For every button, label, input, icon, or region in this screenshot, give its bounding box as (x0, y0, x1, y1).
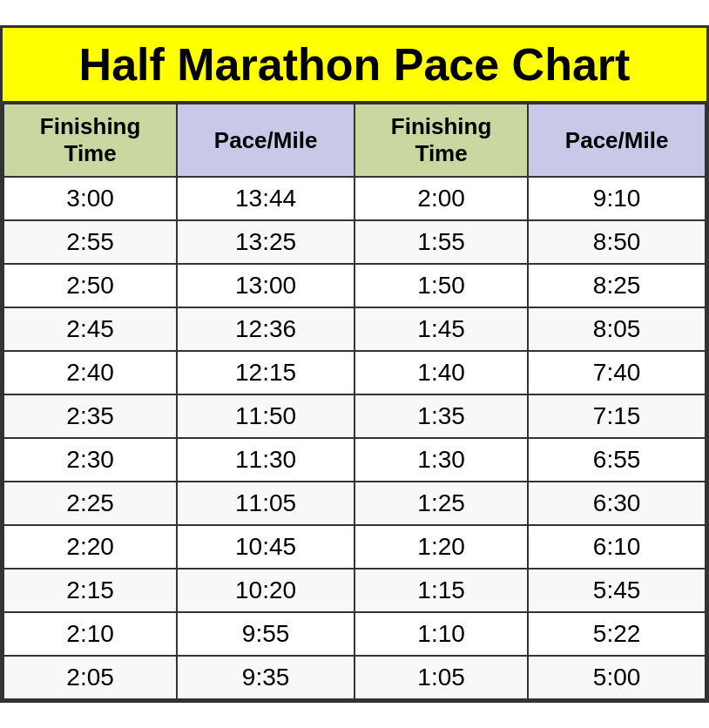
table-body: 3:0013:442:009:102:5513:251:558:502:5013… (3, 177, 706, 699)
header-finishing-time-1: FinishingTime (3, 104, 177, 177)
pace-mile-left: 12:36 (177, 307, 354, 351)
finishing-time-left: 2:30 (3, 438, 177, 482)
finishing-time-left: 2:55 (3, 220, 177, 264)
table-row: 2:5013:001:508:25 (3, 264, 706, 307)
pace-mile-left: 11:30 (177, 438, 354, 482)
finishing-time-left: 2:25 (3, 482, 177, 525)
pace-mile-right: 8:50 (528, 220, 706, 264)
pace-mile-left: 13:25 (177, 220, 354, 264)
pace-mile-right: 5:45 (528, 569, 706, 612)
pace-mile-left: 9:35 (177, 656, 354, 699)
chart-title: Half Marathon Pace Chart (3, 28, 706, 103)
finishing-time-right: 1:20 (354, 525, 528, 569)
table-row: 2:4012:151:407:40 (3, 351, 706, 394)
table-row: 2:5513:251:558:50 (3, 220, 706, 264)
pace-mile-left: 9:55 (177, 612, 354, 656)
pace-mile-right: 7:15 (528, 394, 706, 438)
header-row: FinishingTime Pace/Mile FinishingTime Pa… (3, 104, 706, 177)
finishing-time-right: 1:25 (354, 482, 528, 525)
table-row: 2:2010:451:206:10 (3, 525, 706, 569)
table-row: 2:3011:301:306:55 (3, 438, 706, 482)
finishing-time-right: 1:05 (354, 656, 528, 699)
finishing-time-left: 2:05 (3, 656, 177, 699)
pace-mile-right: 5:00 (528, 656, 706, 699)
pace-mile-right: 6:30 (528, 482, 706, 525)
finishing-time-right: 1:40 (354, 351, 528, 394)
header-pace-mile-1: Pace/Mile (177, 104, 354, 177)
pace-mile-right: 6:55 (528, 438, 706, 482)
pace-mile-right: 6:10 (528, 525, 706, 569)
finishing-time-left: 2:20 (3, 525, 177, 569)
finishing-time-right: 1:50 (354, 264, 528, 307)
pace-mile-right: 8:05 (528, 307, 706, 351)
finishing-time-right: 1:45 (354, 307, 528, 351)
finishing-time-left: 3:00 (3, 177, 177, 220)
finishing-time-left: 2:10 (3, 612, 177, 656)
finishing-time-left: 2:35 (3, 394, 177, 438)
finishing-time-right: 1:35 (354, 394, 528, 438)
pace-mile-left: 12:15 (177, 351, 354, 394)
finishing-time-left: 2:40 (3, 351, 177, 394)
pace-mile-left: 11:05 (177, 482, 354, 525)
pace-mile-left: 13:44 (177, 177, 354, 220)
pace-mile-right: 9:10 (528, 177, 706, 220)
finishing-time-left: 2:45 (3, 307, 177, 351)
pace-mile-left: 13:00 (177, 264, 354, 307)
pace-mile-left: 10:45 (177, 525, 354, 569)
table-row: 2:2511:051:256:30 (3, 482, 706, 525)
finishing-time-left: 2:15 (3, 569, 177, 612)
pace-mile-right: 5:22 (528, 612, 706, 656)
table-row: 2:3511:501:357:15 (3, 394, 706, 438)
table-row: 2:1510:201:155:45 (3, 569, 706, 612)
pace-mile-left: 11:50 (177, 394, 354, 438)
finishing-time-right: 1:30 (354, 438, 528, 482)
finishing-time-right: 2:00 (354, 177, 528, 220)
finishing-time-right: 1:55 (354, 220, 528, 264)
header-pace-mile-2: Pace/Mile (528, 104, 706, 177)
finishing-time-left: 2:50 (3, 264, 177, 307)
pace-mile-right: 7:40 (528, 351, 706, 394)
table-row: 3:0013:442:009:10 (3, 177, 706, 220)
table-row: 2:109:551:105:22 (3, 612, 706, 656)
table-row: 2:4512:361:458:05 (3, 307, 706, 351)
table-row: 2:059:351:055:00 (3, 656, 706, 699)
pace-mile-left: 10:20 (177, 569, 354, 612)
header-finishing-time-2: FinishingTime (354, 104, 528, 177)
finishing-time-right: 1:10 (354, 612, 528, 656)
finishing-time-right: 1:15 (354, 569, 528, 612)
pace-mile-right: 8:25 (528, 264, 706, 307)
chart-container: Half Marathon Pace Chart FinishingTime P… (0, 25, 709, 703)
pace-table: FinishingTime Pace/Mile FinishingTime Pa… (3, 103, 706, 700)
